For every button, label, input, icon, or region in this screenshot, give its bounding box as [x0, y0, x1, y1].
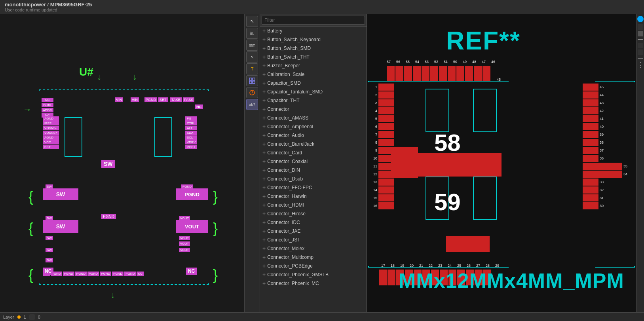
lib-item-label-conn-dsub: Connector_Dsub	[267, 176, 364, 182]
lib-item-label-conn-audio: Connector_Audio	[267, 133, 364, 138]
pgnd-big-right: PGND	[176, 188, 208, 200]
lib-item-conn-hdmi[interactable]: +Connector_HDMI	[260, 201, 367, 209]
right-pad-col: 45 44 43 42 41 40 39 38 37 36 35 34 33 3…	[583, 84, 627, 209]
lib-item-conn-hirose[interactable]: +Connector_Hirose	[260, 209, 367, 218]
lib-item-conn-harwin[interactable]: +Connector_Harwin	[260, 192, 367, 201]
lib-item-conn-idc[interactable]: +Connector_IDC	[260, 218, 367, 227]
lib-item-label-conn-phoenix-mc: Connector_Phoenix_MC	[267, 281, 364, 286]
main-layout: U# ↓ ↓ → NC ISURL ADDR NC VIN VIN PGND S…	[0, 14, 644, 312]
lib-item-conn-coaxial[interactable]: +Connector_Coaxial	[260, 157, 367, 166]
lib-item-conn-audio[interactable]: +Connector_Audio	[260, 131, 367, 140]
num-59: 59	[434, 188, 461, 216]
grid-tool-btn[interactable]	[246, 75, 258, 86]
vin-label: VIN	[115, 97, 123, 102]
lib-item-label-btn-sw-kb: Button_Switch_Keyboard	[267, 37, 364, 42]
center-pad-big2	[446, 236, 490, 252]
lib-item-cap-tht[interactable]: +Capacitor_THT	[260, 96, 367, 105]
lib-item-label-conn-phoenix-gmstb: Connector_Phoenix_GMSTB	[267, 272, 364, 277]
lib-item-conn-jst[interactable]: +Connector_JST	[260, 236, 367, 244]
text-tool-btn[interactable]: T	[246, 63, 258, 74]
lib-item-btn-sw-smd[interactable]: +Button_Switch_SMD	[260, 44, 367, 53]
lib-expand-icon-conn-amass: +	[262, 115, 266, 121]
ab-tool-btn[interactable]: ab?	[246, 99, 258, 110]
lib-expand-icon-btn-sw-kb: +	[262, 36, 266, 43]
status-bar: Layer 1 0	[0, 312, 644, 321]
lib-item-cap-tant[interactable]: +Capacitor_Tantalum_SMD	[260, 87, 367, 96]
lib-item-buzzer[interactable]: +Buzzer_Beeper	[260, 61, 367, 70]
left-pad-col: 1 2 3 4 5 6 7 8 9 10 11 12 13 14 15 16	[370, 84, 418, 209]
lib-item-conn-pcbedge[interactable]: +Connector_PCBEdge	[260, 262, 367, 270]
settings-btn[interactable]	[638, 43, 643, 48]
zoom-btn[interactable]	[637, 16, 644, 22]
right-pcb-preview[interactable]: REF** 57 56 55 54 53 52 51 50 49 48 47 4…	[367, 14, 636, 312]
lib-item-conn-barrel[interactable]: +Connector_BarrelJack	[260, 140, 367, 148]
error-count: 0	[38, 315, 40, 319]
lib-item-label-conn-hirose: Connector_Hirose	[267, 211, 364, 217]
route-tool-btn[interactable]: in.	[246, 28, 258, 39]
ref-text: REF**	[446, 26, 521, 55]
lib-item-conn-jae[interactable]: +Connector_JAE	[260, 227, 367, 236]
lib-expand-icon-connector: +	[262, 106, 266, 112]
lib-item-btn-sw-kb[interactable]: +Button_Switch_Keyboard	[260, 35, 367, 44]
pcb-canvas[interactable]: U# ↓ ↓ → NC ISURL ADDR NC VIN VIN PGND S…	[0, 14, 244, 312]
status-icon-1[interactable]	[29, 314, 35, 320]
drc-tool-btn[interactable]	[246, 87, 258, 98]
lib-item-conn-amass[interactable]: +Connector_AMASS	[260, 114, 367, 122]
layer-btn[interactable]	[638, 24, 643, 30]
center-pad-big	[391, 153, 502, 177]
lib-expand-icon-conn-pcbedge: +	[262, 263, 266, 269]
lib-expand-icon-conn-ffc: +	[262, 184, 266, 191]
lib-item-battery[interactable]: +Battery	[260, 27, 367, 35]
outer-bracket-top-left	[368, 81, 509, 82]
lib-item-btn-sw-tht[interactable]: +Button_Switch_THT	[260, 53, 367, 61]
svg-point-6	[252, 94, 253, 95]
lib-expand-icon-conn-multicomp: +	[262, 254, 266, 260]
sw-big-left2: SW	[43, 220, 78, 233]
set-label: SET	[158, 97, 168, 102]
library-list[interactable]: +Battery+Button_Switch_Keyboard+Button_S…	[260, 27, 367, 312]
lib-item-conn-dsub[interactable]: +Connector_Dsub	[260, 175, 367, 183]
num-58: 58	[434, 129, 461, 156]
lib-expand-icon-conn-amphenol: +	[262, 123, 266, 130]
svg-rect-3	[253, 81, 255, 84]
lib-expand-icon-btn-sw-smd: +	[262, 45, 266, 51]
lib-item-cal-scale[interactable]: +Calibration_Scale	[260, 70, 367, 79]
header: monolithicpower / MPM3695GRF-25 User cod…	[0, 0, 644, 14]
arrow-right-1: →	[23, 104, 32, 115]
view-btn[interactable]	[638, 31, 643, 36]
lib-expand-icon-cal-scale: +	[262, 71, 266, 78]
lib-item-conn-din[interactable]: +Connector_DIN	[260, 166, 367, 175]
h-separator	[367, 168, 636, 168]
lib-item-label-conn-pcbedge: Connector_PCBEdge	[267, 263, 364, 269]
lib-item-label-conn-jae: Connector_JAE	[267, 228, 364, 234]
lib-item-conn-molex[interactable]: +Connector_Molex	[260, 244, 367, 253]
top-pad-row: 57 56 55 54 53 52 51 50 49 48 47 46	[387, 66, 490, 82]
lib-expand-icon-conn-molex: +	[262, 245, 266, 252]
lib-item-label-conn-hdmi: Connector_HDMI	[267, 202, 364, 208]
lib-item-label-conn-jst: Connector_JST	[267, 237, 364, 243]
lib-item-label-conn-harwin: Connector_Harwin	[267, 194, 364, 199]
lib-item-connector[interactable]: +Connector	[260, 105, 367, 114]
bracket-left-3: {	[28, 267, 33, 283]
bottom-pgnd-row: NC PGND PGND PGND PGND PGND PGND PGND NC	[43, 272, 144, 276]
grid-lines-btn[interactable]: ⋮	[637, 61, 644, 68]
lib-item-conn-phoenix-mc[interactable]: +Connector_Phoenix_MC	[260, 279, 367, 288]
inspect-btn[interactable]	[638, 49, 643, 55]
lib-item-conn-amphenol[interactable]: +Connector_Amphenol	[260, 122, 367, 131]
cyan-rect-2	[154, 117, 172, 157]
cursor2-tool-btn[interactable]: ↖	[246, 51, 258, 63]
divider-2	[638, 58, 643, 59]
lib-expand-icon-conn-jst: +	[262, 237, 266, 243]
cursor-tool-btn[interactable]: ↖	[246, 16, 258, 27]
lib-item-conn-phoenix-gmstb[interactable]: +Connector_Phoenix_GMSTB	[260, 270, 367, 279]
outer-bracket-bottom-right	[595, 266, 635, 268]
vout-below-2: VOUT	[179, 241, 190, 246]
library-filter-input[interactable]	[262, 16, 365, 25]
lib-item-conn-multicomp[interactable]: +Connector_Multicomp	[260, 253, 367, 262]
pass-label: PASS	[183, 97, 194, 102]
mm-tool-btn[interactable]: mm	[246, 40, 258, 51]
take-label: TAKE	[170, 97, 182, 102]
lib-item-cap-smd[interactable]: +Capacitor_SMD	[260, 79, 367, 87]
lib-item-conn-ffc[interactable]: +Connector_FFC-FPC	[260, 183, 367, 192]
lib-item-conn-card[interactable]: +Connector_Card	[260, 148, 367, 157]
